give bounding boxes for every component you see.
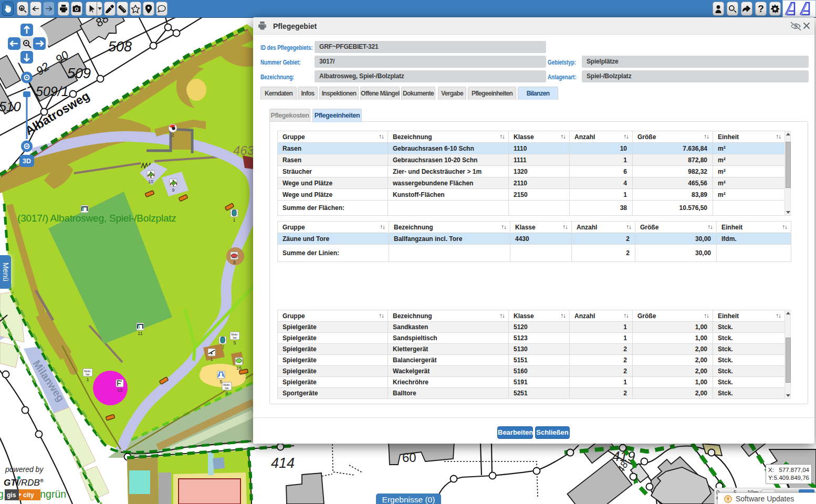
svg-text:463: 463 xyxy=(233,143,255,158)
svg-text:3: 3 xyxy=(233,260,235,265)
svg-text:10: 10 xyxy=(148,179,153,184)
svg-text:9: 9 xyxy=(172,187,174,193)
svg-text:16: 16 xyxy=(236,365,242,371)
svg-text:powered by: powered by xyxy=(5,465,44,474)
svg-text:1: 1 xyxy=(86,377,89,382)
svg-text:Mobi-: Mobi- xyxy=(231,333,238,336)
svg-text:3D: 3D xyxy=(23,158,31,165)
svg-text:Mobi-: Mobi- xyxy=(84,370,91,373)
svg-text:2: 2 xyxy=(171,132,174,138)
svg-text:Mobi-: Mobi- xyxy=(223,383,231,386)
svg-text:liar: liar xyxy=(86,373,90,376)
svg-text:1: 1 xyxy=(210,356,213,362)
svg-text:GTI/RDB®: GTI/RDB® xyxy=(4,478,44,488)
svg-text:1: 1 xyxy=(233,217,235,223)
svg-text:6: 6 xyxy=(225,391,228,396)
svg-text:508: 508 xyxy=(108,39,132,55)
svg-text:gis: gis xyxy=(7,491,16,499)
svg-text:liar: liar xyxy=(233,336,237,339)
svg-text:city: city xyxy=(23,491,34,499)
svg-text:13: 13 xyxy=(117,387,122,393)
svg-text:(3017/) Albatrosweg, Spiel-/Bo: (3017/) Albatrosweg, Spiel-/Bolzplatz xyxy=(17,213,176,224)
svg-text:11: 11 xyxy=(138,331,142,336)
svg-text:414: 414 xyxy=(271,455,295,471)
svg-text:60: 60 xyxy=(402,450,416,465)
svg-text:5: 5 xyxy=(233,340,236,345)
svg-text:liar: liar xyxy=(225,386,229,390)
svg-text:509: 509 xyxy=(67,66,91,81)
